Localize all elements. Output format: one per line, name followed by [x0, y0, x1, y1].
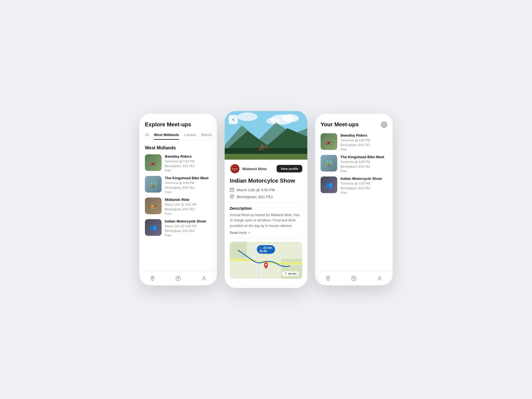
event-name: Midlands Ride	[165, 198, 211, 202]
event-location-row: Birmingham, B31 FE2	[230, 194, 302, 199]
right-header: Your Meet-ups	[321, 121, 387, 128]
event-name: Bewdley Riders	[165, 154, 211, 158]
event-price: Free	[341, 169, 387, 173]
phone-left: Explore Meet-ups All West Midlands Londo…	[139, 114, 217, 285]
list-item[interactable]: 🏍️ Bewdley Riders Tomorrow @ 4:00 PM Bir…	[145, 154, 211, 172]
phone-center: MIDWEST MOTO Midwest Moto View profile I…	[225, 111, 308, 288]
view-profile-button[interactable]: View profile	[277, 165, 302, 172]
event-price: Free	[341, 148, 387, 151]
event-name: Indian Motorcycle Show	[165, 219, 211, 223]
svg-point-7	[237, 112, 257, 121]
event-location: Birmingham, B31 FE2	[341, 186, 387, 191]
description-title: Description	[230, 206, 302, 211]
event-time: Tomorrow @ 4:00 PM	[341, 160, 387, 164]
svg-point-29	[265, 264, 267, 265]
center-body: MIDWEST MOTO Midwest Moto View profile I…	[225, 160, 308, 288]
tab-all[interactable]: All	[145, 133, 149, 140]
event-time: Tomorrow @ 4:00 PM	[341, 181, 387, 186]
divider-1	[230, 202, 302, 203]
list-item[interactable]: 🏍️ Bewdley Riders Tomorrow @ 4:00 PM Bir…	[321, 133, 387, 151]
event-price: Free	[165, 212, 211, 215]
phone-right: Your Meet-ups 🏍️ Bewdley Riders	[315, 114, 393, 285]
tab-london[interactable]: London	[184, 133, 196, 140]
center-event-title: Indian Motorcylce Show	[230, 177, 302, 184]
settings-icon[interactable]	[381, 122, 387, 128]
event-price: Free	[165, 169, 211, 172]
event-price: Free	[165, 190, 211, 194]
event-location: Birmingham, B31 FE2	[165, 207, 211, 212]
list-item[interactable]: 👥 Indian Motorcycle Show March 15th @ 4:…	[145, 219, 211, 237]
map-time-badge: → 23 min$2.00	[257, 245, 275, 254]
location-nav-icon[interactable]	[149, 275, 155, 282]
svg-point-5	[282, 114, 299, 122]
event-price: Free	[165, 234, 211, 237]
compass-nav-icon[interactable]	[351, 275, 357, 282]
event-location-text: Birmingham, B31 FE2	[237, 195, 273, 199]
event-time: March 15th @ 4:00 PM	[165, 224, 211, 229]
tab-west-midlands[interactable]: West Midlands	[154, 133, 179, 140]
svg-text:MIDWEST: MIDWEST	[232, 168, 238, 170]
event-date-row: March 11th @ 4:00 PM	[230, 188, 302, 192]
left-phone-content: Explore Meet-ups All West Midlands Londo…	[139, 114, 217, 271]
list-item[interactable]: 🏕️ Midlands Ride March 11th @ 4:00 PM Bi…	[145, 198, 211, 215]
list-item[interactable]: 🛣️ The Kingshead Bike Meet Tomorrow @ 4:…	[145, 176, 211, 194]
map-container[interactable]: → 23 min$2.00 26 min	[230, 242, 302, 279]
event-time: Tomorrow @ 4:00 PM	[165, 159, 211, 164]
hero-image	[225, 111, 308, 160]
svg-marker-1	[178, 277, 179, 279]
calendar-icon	[230, 188, 234, 192]
description-text: Annual Meet-up hosted by Midwest Moto, f…	[230, 212, 302, 229]
svg-text:MOTO: MOTO	[234, 170, 236, 171]
event-time: Tomorrow @ 4:00 PM	[165, 181, 211, 185]
svg-point-6	[266, 117, 280, 124]
list-item[interactable]: 🛣️ The Kingshead Bike Meet Tomorrow @ 4:…	[321, 155, 387, 173]
map-distance-badge: 26 min	[282, 271, 299, 276]
event-location: Birmingham, B31 FE2	[165, 229, 211, 233]
location-pin-icon	[230, 194, 234, 199]
svg-point-15	[261, 144, 263, 146]
svg-point-24	[231, 196, 232, 197]
event-time: March 11th @ 4:00 PM	[165, 202, 211, 207]
event-location: Birmingham, B31 FE2	[341, 143, 387, 147]
right-thumb-indian: 👥	[321, 177, 337, 193]
your-meetups-title: Your Meet-ups	[321, 121, 359, 128]
compass-nav-icon[interactable]	[175, 275, 181, 282]
bottom-nav-right	[315, 271, 393, 285]
svg-rect-11	[225, 154, 308, 160]
event-price: Free	[341, 191, 387, 194]
chevron-down-icon	[248, 231, 251, 234]
tabs-row: All West Midlands London Manch	[145, 133, 211, 140]
section-west-midlands: West Midlands	[145, 145, 211, 150]
person-nav-icon[interactable]	[377, 275, 383, 282]
event-date-text: March 11th @ 4:00 PM	[237, 188, 275, 192]
person-nav-icon[interactable]	[201, 275, 207, 282]
event-list: 🏍️ Bewdley Riders Tomorrow @ 4:00 PM Bir…	[145, 154, 211, 237]
back-button[interactable]	[229, 115, 238, 124]
event-time: Tomorrow @ 4:00 PM	[341, 138, 387, 143]
right-phone-content: Your Meet-ups 🏍️ Bewdley Riders	[315, 114, 393, 271]
organizer-name: Midwest Moto	[242, 167, 267, 171]
organizer-logo: MIDWEST MOTO	[230, 163, 240, 174]
svg-rect-20	[230, 188, 234, 191]
bottom-nav-left	[139, 271, 217, 285]
event-name: The Kingshead Bike Meet	[165, 176, 211, 180]
event-name: Bewdley Riders	[341, 133, 387, 137]
read-more-button[interactable]: Read more	[230, 231, 302, 234]
event-name: The Kingshead Bike Meet	[341, 155, 387, 159]
location-nav-icon[interactable]	[325, 275, 331, 282]
list-item[interactable]: 👥 Indian Motorcycle Show Tomorrow @ 4:00…	[321, 177, 387, 194]
explore-title: Explore Meet-ups	[145, 121, 211, 128]
event-thumb-indian: 👥	[145, 219, 162, 236]
tab-manch[interactable]: Manch	[201, 133, 212, 140]
right-thumb-kingshead: 🛣️	[321, 155, 337, 172]
phones-container: Explore Meet-ups All West Midlands Londo…	[128, 97, 404, 302]
event-name: Indian Motorcycle Show	[341, 177, 387, 181]
your-events-list: 🏍️ Bewdley Riders Tomorrow @ 4:00 PM Bir…	[321, 133, 387, 194]
event-location: Birmingham, B31 FE2	[165, 164, 211, 168]
event-location: Birmingham, B31 FE2	[341, 164, 387, 169]
event-thumb-kingshead: 🛣️	[145, 176, 162, 193]
svg-point-30	[383, 124, 385, 126]
event-thumb-midlands: 🏕️	[145, 198, 162, 214]
organizer-info: MIDWEST MOTO Midwest Moto	[230, 163, 267, 174]
svg-point-33	[379, 277, 381, 278]
